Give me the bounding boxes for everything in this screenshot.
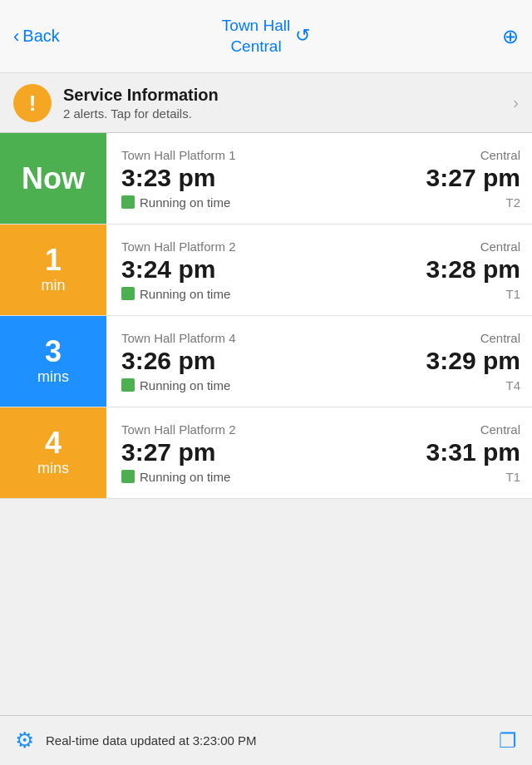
time-badge-3min: 3 mins bbox=[0, 316, 106, 407]
train-row[interactable]: 1 min Town Hall Platform 2 Central 3:24 … bbox=[0, 225, 532, 316]
service-info-chevron-icon: › bbox=[513, 93, 519, 112]
badge-3min-unit: mins bbox=[37, 368, 69, 386]
depart-time-1: 3:23 pm bbox=[121, 164, 215, 192]
footer-bar: ⚙ Real-time data updated at 3:23:00 PM ❐ bbox=[0, 715, 532, 765]
badge-3min-number: 3 bbox=[45, 337, 62, 367]
status-dot-3 bbox=[121, 378, 135, 392]
arrive-time-1: 3:27 pm bbox=[426, 164, 520, 192]
arrive-time-2: 3:28 pm bbox=[426, 255, 520, 284]
train-row[interactable]: 4 mins Town Hall Platform 2 Central 3:27… bbox=[0, 407, 532, 499]
from-platform-1: Town Hall Platform 1 bbox=[121, 148, 236, 162]
depart-time-2: 3:24 pm bbox=[121, 255, 215, 284]
status-dot-1 bbox=[121, 195, 135, 209]
service-info-banner[interactable]: ! Service Information 2 alerts. Tap for … bbox=[0, 73, 532, 133]
from-platform-4: Town Hall Platform 2 bbox=[121, 422, 236, 437]
badge-4min-number: 4 bbox=[45, 428, 62, 458]
status-indicator-3: Running on time bbox=[121, 378, 230, 392]
train-row[interactable]: 3 mins Town Hall Platform 4 Central 3:26… bbox=[0, 316, 532, 407]
nav-refresh-icon[interactable]: ↺ bbox=[295, 24, 310, 48]
from-platform-2: Town Hall Platform 2 bbox=[121, 239, 236, 254]
status-text-4: Running on time bbox=[140, 470, 230, 484]
time-badge-now: Now bbox=[0, 133, 106, 224]
status-indicator-4: Running on time bbox=[121, 470, 230, 484]
copy-icon[interactable]: ❐ bbox=[499, 729, 517, 753]
status-text-2: Running on time bbox=[140, 287, 230, 301]
line-badge-2: T1 bbox=[505, 287, 520, 301]
nav-bar: ‹ Back Town Hall Central ↺ ⊕ bbox=[0, 0, 532, 73]
nav-title-text: Town Hall Central bbox=[222, 16, 290, 57]
arrive-time-3: 3:29 pm bbox=[426, 347, 520, 375]
train-info-2: Town Hall Platform 2 Central 3:24 pm 3:2… bbox=[106, 225, 532, 315]
from-platform-3: Town Hall Platform 4 bbox=[121, 331, 236, 345]
badge-4min-unit: mins bbox=[37, 460, 69, 477]
train-row[interactable]: Now Town Hall Platform 1 Central 3:23 pm… bbox=[0, 133, 532, 225]
status-text-1: Running on time bbox=[140, 195, 230, 210]
line-badge-4: T1 bbox=[505, 470, 520, 484]
status-dot-4 bbox=[121, 470, 135, 483]
trains-container: Now Town Hall Platform 1 Central 3:23 pm… bbox=[0, 133, 532, 499]
time-badge-4min: 4 mins bbox=[0, 407, 106, 498]
to-platform-4: Central bbox=[480, 422, 520, 437]
to-platform-1: Central bbox=[480, 148, 520, 162]
depart-time-3: 3:26 pm bbox=[121, 347, 215, 375]
train-info-4: Town Hall Platform 2 Central 3:27 pm 3:3… bbox=[106, 407, 532, 498]
depart-time-4: 3:27 pm bbox=[121, 438, 215, 466]
line-badge-1: T2 bbox=[505, 195, 520, 210]
service-info-title: Service Information bbox=[63, 86, 505, 105]
to-platform-2: Central bbox=[480, 239, 520, 254]
train-info-3: Town Hall Platform 4 Central 3:26 pm 3:2… bbox=[106, 316, 532, 407]
status-dot-2 bbox=[121, 287, 135, 300]
time-badge-1min: 1 min bbox=[0, 225, 106, 315]
status-text-3: Running on time bbox=[140, 378, 230, 392]
status-indicator-2: Running on time bbox=[121, 287, 230, 301]
footer-status-text: Real-time data updated at 3:23:00 PM bbox=[46, 733, 487, 748]
back-label: Back bbox=[22, 27, 59, 46]
badge-now-label: Now bbox=[22, 164, 85, 194]
back-button[interactable]: ‹ Back bbox=[13, 26, 60, 47]
badge-1min-unit: min bbox=[41, 277, 65, 294]
status-indicator-1: Running on time bbox=[121, 195, 230, 210]
alert-exclamation: ! bbox=[29, 92, 37, 114]
train-info-1: Town Hall Platform 1 Central 3:23 pm 3:2… bbox=[106, 133, 532, 224]
service-info-text: Service Information 2 alerts. Tap for de… bbox=[63, 86, 505, 121]
settings-icon[interactable]: ⚙ bbox=[15, 728, 34, 753]
service-info-subtitle: 2 alerts. Tap for details. bbox=[63, 106, 505, 121]
badge-1min-number: 1 bbox=[45, 245, 62, 275]
back-chevron-icon: ‹ bbox=[13, 26, 19, 47]
nav-title: Town Hall Central ↺ bbox=[222, 16, 310, 57]
arrive-time-4: 3:31 pm bbox=[426, 438, 520, 466]
alert-icon: ! bbox=[13, 84, 52, 122]
line-badge-3: T4 bbox=[505, 378, 520, 392]
to-platform-3: Central bbox=[480, 331, 520, 345]
nav-add-button[interactable]: ⊕ bbox=[502, 25, 519, 48]
